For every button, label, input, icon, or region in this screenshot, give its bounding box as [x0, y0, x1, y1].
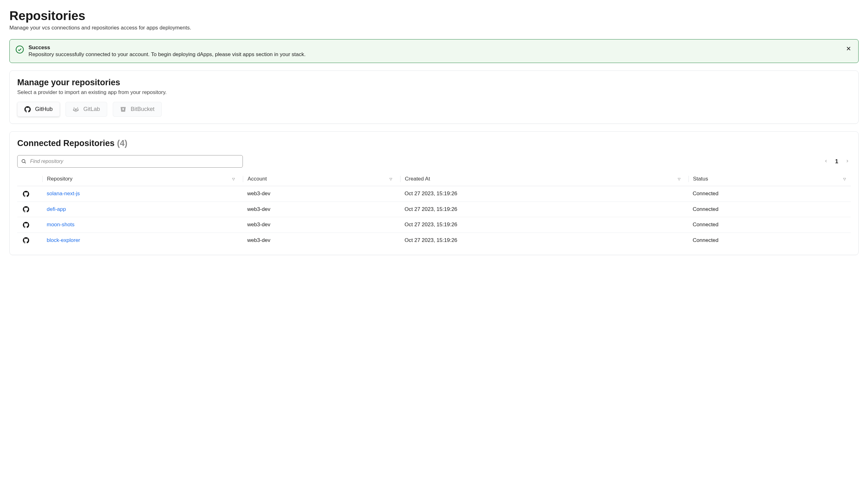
pager: 1 — [823, 157, 851, 166]
close-icon — [846, 46, 851, 51]
repositories-table: Repository▽ Account▽ Created At▽ Status▽… — [17, 172, 851, 248]
created-cell: Oct 27 2023, 15:19:26 — [397, 217, 685, 233]
github-icon — [23, 206, 29, 212]
col-account[interactable]: Account▽ — [240, 172, 397, 186]
search-input[interactable] — [17, 155, 243, 168]
manage-title: Manage your repositories — [17, 78, 851, 88]
provider-github-button[interactable]: GitHub — [17, 102, 60, 117]
provider-cell — [17, 201, 39, 217]
status-cell: Connected — [685, 232, 851, 248]
table-row: block-explorerweb3-devOct 27 2023, 15:19… — [17, 232, 851, 248]
table-row: defi-appweb3-devOct 27 2023, 15:19:26Con… — [17, 201, 851, 217]
alert-close-button[interactable] — [844, 45, 853, 54]
chevron-right-icon — [845, 159, 849, 163]
pager-page-number: 1 — [835, 158, 838, 165]
svg-point-1 — [22, 159, 25, 163]
sort-icon: ▽ — [390, 177, 392, 181]
col-status[interactable]: Status▽ — [685, 172, 851, 186]
manage-card: Manage your repositories Select a provid… — [9, 71, 859, 124]
pager-next-button[interactable] — [844, 157, 851, 166]
repo-name-cell: solana-next-js — [39, 186, 240, 202]
status-cell: Connected — [685, 201, 851, 217]
created-cell: Oct 27 2023, 15:19:26 — [397, 186, 685, 202]
chevron-left-icon — [824, 159, 828, 163]
created-cell: Oct 27 2023, 15:19:26 — [397, 232, 685, 248]
bitbucket-icon — [120, 106, 126, 113]
provider-cell — [17, 232, 39, 248]
account-cell: web3-dev — [240, 217, 397, 233]
github-icon — [23, 191, 29, 196]
sort-icon: ▽ — [232, 177, 235, 181]
sort-icon: ▽ — [678, 177, 680, 181]
connected-title: Connected Repositories — [17, 139, 115, 148]
pager-prev-button[interactable] — [823, 157, 829, 166]
provider-cell — [17, 217, 39, 233]
created-cell: Oct 27 2023, 15:19:26 — [397, 201, 685, 217]
page-title: Repositories — [9, 9, 859, 23]
table-row: moon-shotsweb3-devOct 27 2023, 15:19:26C… — [17, 217, 851, 233]
svg-point-0 — [16, 46, 23, 53]
provider-github-label: GitHub — [35, 106, 53, 113]
table-row: solana-next-jsweb3-devOct 27 2023, 15:19… — [17, 186, 851, 202]
search-icon — [21, 158, 27, 164]
provider-cell — [17, 186, 39, 202]
col-repository[interactable]: Repository▽ — [39, 172, 240, 186]
github-icon — [23, 237, 29, 243]
status-cell: Connected — [685, 217, 851, 233]
connected-card: Connected Repositories (4) 1 Repository▽… — [9, 131, 859, 255]
connected-count: (4) — [117, 139, 127, 148]
repo-name-cell: defi-app — [39, 201, 240, 217]
gitlab-icon — [73, 106, 79, 113]
github-icon — [23, 222, 29, 227]
provider-gitlab-label: GitLab — [83, 106, 100, 113]
sort-icon: ▽ — [843, 177, 846, 181]
alert-message: Repository successfully connected to you… — [28, 51, 840, 58]
account-cell: web3-dev — [240, 232, 397, 248]
manage-subtitle: Select a provider to import an existing … — [17, 89, 851, 96]
page-subtitle: Manage your vcs connections and reposito… — [9, 25, 859, 31]
check-circle-icon — [15, 45, 24, 54]
repo-link[interactable]: block-explorer — [47, 237, 80, 243]
col-created-at[interactable]: Created At▽ — [397, 172, 685, 186]
github-icon — [24, 106, 31, 113]
account-cell: web3-dev — [240, 201, 397, 217]
alert-title: Success — [28, 45, 840, 51]
provider-bitbucket-button[interactable]: BitBucket — [113, 102, 162, 117]
repo-name-cell: moon-shots — [39, 217, 240, 233]
status-cell: Connected — [685, 186, 851, 202]
success-alert: Success Repository successfully connecte… — [9, 39, 859, 63]
provider-bitbucket-label: BitBucket — [131, 106, 154, 113]
repo-link[interactable]: solana-next-js — [47, 191, 80, 196]
account-cell: web3-dev — [240, 186, 397, 202]
provider-gitlab-button[interactable]: GitLab — [66, 102, 107, 117]
repo-link[interactable]: moon-shots — [47, 222, 75, 227]
repo-link[interactable]: defi-app — [47, 206, 66, 212]
repo-name-cell: block-explorer — [39, 232, 240, 248]
search-wrap — [17, 155, 243, 168]
